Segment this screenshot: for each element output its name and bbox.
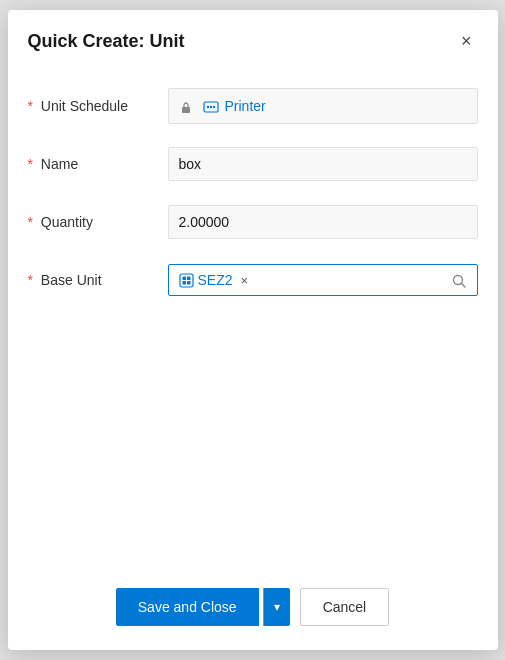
svg-point-4: [212, 105, 214, 107]
svg-line-11: [461, 283, 465, 287]
name-input[interactable]: [168, 147, 478, 181]
dialog-footer: Save and Close ▾ Cancel: [8, 568, 498, 650]
svg-rect-8: [182, 281, 186, 285]
unit-schedule-link[interactable]: Printer: [168, 88, 478, 123]
quantity-input[interactable]: [168, 205, 478, 239]
base-unit-entity-icon: [179, 272, 194, 288]
close-icon: ×: [461, 32, 472, 50]
base-unit-lookup[interactable]: SEZ2 ×: [168, 264, 478, 296]
base-unit-tag-text: SEZ2: [198, 272, 233, 288]
base-unit-field[interactable]: SEZ2 ×: [168, 264, 478, 296]
name-row: * Name: [28, 142, 478, 186]
required-indicator: *: [28, 156, 33, 172]
svg-rect-7: [187, 277, 191, 281]
svg-rect-5: [180, 274, 193, 287]
unit-schedule-field: Printer: [168, 88, 478, 123]
name-label: * Name: [28, 156, 168, 172]
unit-schedule-row: * Unit Schedule: [28, 84, 478, 128]
base-unit-remove-button[interactable]: ×: [239, 274, 251, 287]
base-unit-row: * Base Unit: [28, 258, 478, 302]
save-dropdown-button[interactable]: ▾: [263, 588, 290, 626]
svg-point-3: [209, 105, 211, 107]
dialog-title: Quick Create: Unit: [28, 31, 185, 52]
required-indicator: *: [28, 272, 33, 288]
close-button[interactable]: ×: [455, 28, 478, 54]
quantity-field[interactable]: [168, 205, 478, 239]
svg-point-2: [206, 105, 208, 107]
search-icon: [451, 273, 467, 289]
svg-rect-9: [187, 281, 191, 285]
name-field[interactable]: [168, 147, 478, 181]
cancel-button[interactable]: Cancel: [300, 588, 390, 626]
unit-schedule-label: * Unit Schedule: [28, 98, 168, 114]
chevron-down-icon: ▾: [274, 600, 280, 614]
dialog-body: * Unit Schedule: [8, 68, 498, 568]
save-and-close-button[interactable]: Save and Close: [116, 588, 259, 626]
unit-schedule-value: Printer: [225, 98, 266, 114]
quantity-label: * Quantity: [28, 214, 168, 230]
svg-rect-0: [182, 107, 190, 113]
required-indicator: *: [28, 98, 33, 114]
dialog-header: Quick Create: Unit ×: [8, 10, 498, 68]
required-indicator: *: [28, 214, 33, 230]
base-unit-search-button[interactable]: [451, 271, 467, 289]
base-unit-label: * Base Unit: [28, 272, 168, 288]
lock-icon: [179, 98, 193, 114]
schedule-entity-icon: [203, 97, 219, 114]
quantity-row: * Quantity: [28, 200, 478, 244]
base-unit-tag: SEZ2: [179, 272, 233, 288]
svg-rect-6: [182, 277, 186, 281]
quick-create-dialog: Quick Create: Unit × * Unit Schedule: [8, 10, 498, 650]
